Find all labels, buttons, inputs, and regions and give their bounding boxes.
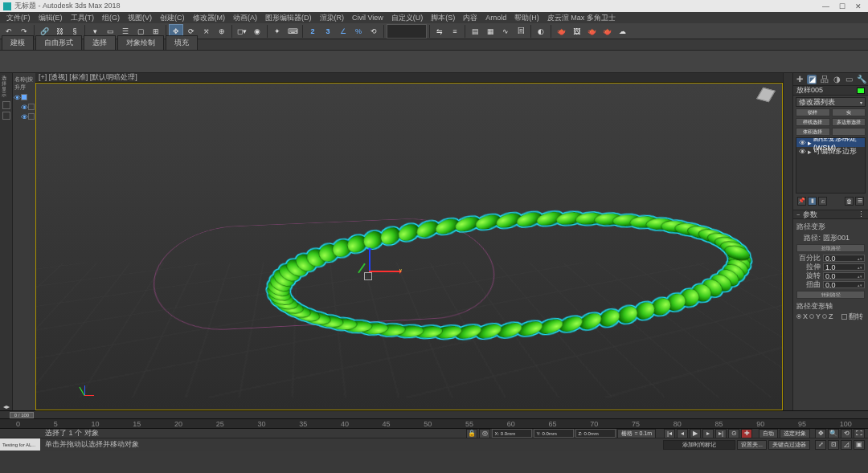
curve-editor-button[interactable]: ∿: [498, 24, 513, 39]
snap-2d-button[interactable]: 2: [305, 24, 320, 39]
window-minimize-button[interactable]: —: [822, 2, 829, 10]
lock-selection-icon[interactable]: 🔒: [466, 429, 477, 438]
viewport-nav-zoom-all-icon[interactable]: ⊡: [828, 440, 839, 450]
playback-first-button[interactable]: |◂: [664, 429, 675, 438]
modifier-shortcut-button[interactable]: 锁样: [796, 108, 830, 116]
transform-gizmo[interactable]: y: [353, 256, 401, 304]
gizmo-x-axis[interactable]: [369, 271, 401, 272]
display-toggle-icon[interactable]: [2, 101, 10, 109]
object-color-swatch[interactable]: [857, 88, 865, 94]
visibility-icon[interactable]: 👁: [14, 94, 20, 100]
named-selection-dropdown[interactable]: [387, 24, 427, 39]
time-tag-field[interactable]: 添加时间标记: [663, 440, 735, 450]
menu-item[interactable]: 渲染(R): [317, 13, 348, 23]
object-name-field[interactable]: 放样005: [793, 86, 868, 96]
move-to-path-button[interactable]: 转到路径: [796, 291, 865, 299]
auto-key-button[interactable]: 自动: [759, 429, 778, 438]
ribbon-tab[interactable]: 自由形式: [35, 35, 82, 50]
viewport-nav-zoom-icon[interactable]: 🔍: [828, 429, 839, 438]
create-tab-icon[interactable]: ✚: [795, 75, 805, 84]
menu-item[interactable]: 视图(V): [125, 13, 155, 23]
flip-checkbox[interactable]: [841, 314, 847, 320]
placement-button[interactable]: ⊕: [215, 24, 229, 39]
viewport-divider[interactable]: [783, 73, 792, 410]
rendered-frame-button[interactable]: 🖼: [569, 24, 583, 39]
key-mode-button[interactable]: ⊙: [728, 429, 739, 438]
utilities-tab-icon[interactable]: 🔧: [857, 75, 866, 84]
menu-item[interactable]: 组(G): [99, 13, 123, 23]
modifier-shortcut-button[interactable]: 体积选择: [796, 128, 830, 136]
modify-tab-icon[interactable]: ◪: [807, 75, 817, 84]
coord-y-field[interactable]: Y: 0.0mm: [534, 429, 574, 438]
track-bar[interactable]: 0510152025303540455055606570758085909510…: [0, 418, 868, 428]
viewport-nav-max-icon[interactable]: ⛶: [854, 429, 865, 438]
mirror-button[interactable]: ⇋: [432, 24, 447, 39]
viewcube[interactable]: [756, 87, 776, 106]
snap-3d-button[interactable]: 3: [321, 24, 335, 39]
viewport-perspective[interactable]: y: [35, 83, 783, 410]
menu-item[interactable]: Civil View: [349, 14, 387, 22]
modifier-stack[interactable]: 👁▸路径变形绑定 (WSM)👁▸可编辑多边形: [796, 137, 866, 194]
playback-next-button[interactable]: ▸: [702, 429, 714, 438]
viewport-label-bar[interactable]: [+] [透视] [标准] [默认明暗处理]: [35, 73, 783, 83]
key-filters-button[interactable]: 关键点过滤器: [768, 440, 810, 450]
viewport-nav-zoom-extents-icon[interactable]: ⤢: [815, 440, 826, 450]
menu-item[interactable]: 图形编辑器(D): [262, 13, 315, 23]
selected-filter-button[interactable]: 选定对象: [780, 429, 810, 438]
set-key-button[interactable]: ✚: [741, 429, 752, 438]
manipulate-button[interactable]: ✦: [270, 24, 285, 39]
keyboard-shortcut-toggle[interactable]: ⌨: [285, 24, 300, 39]
object-node-icon[interactable]: [28, 104, 35, 110]
time-slider[interactable]: 0 / 100: [0, 410, 868, 418]
show-end-result-icon[interactable]: ▮: [808, 197, 817, 206]
render-in-cloud-button[interactable]: ☁: [615, 24, 629, 39]
axis-z-radio[interactable]: [822, 314, 827, 319]
playback-last-button[interactable]: ▸|: [715, 429, 727, 438]
pivot-center-button[interactable]: ◉: [250, 24, 264, 39]
playback-play-button[interactable]: ▶: [690, 429, 701, 438]
menu-item[interactable]: 文件(F): [3, 13, 34, 23]
ref-coord-dropdown[interactable]: ◻▾: [235, 24, 249, 39]
rollout-header-parameters[interactable]: 参数 ⋮: [793, 210, 868, 219]
align-button[interactable]: ≡: [448, 24, 462, 39]
gizmo-xy-plane[interactable]: [364, 272, 372, 280]
configure-sets-icon[interactable]: ☰: [855, 197, 864, 206]
menu-item[interactable]: 工具(T): [68, 13, 98, 23]
percent-spinner[interactable]: 0.0▴▾: [823, 255, 865, 262]
layer-explorer-button[interactable]: ▤: [468, 24, 482, 39]
coord-z-field[interactable]: Z: 0.0mm: [575, 429, 616, 438]
hierarchy-tab-icon[interactable]: 品: [820, 75, 829, 84]
viewport-nav-fov-icon[interactable]: ◿: [841, 440, 852, 450]
render-iterative-button[interactable]: 🫖: [600, 24, 614, 39]
stretch-spinner[interactable]: 1.0▴▾: [823, 263, 865, 271]
pick-path-button[interactable]: 拾取路径: [796, 244, 865, 252]
modifier-list-dropdown[interactable]: 修改器列表: [796, 97, 866, 107]
isolate-selection-icon[interactable]: ◎: [479, 429, 490, 438]
modifier-stack-item[interactable]: 👁▸可编辑多边形: [796, 147, 865, 156]
modifier-shortcut-button[interactable]: 实: [832, 108, 866, 116]
pin-stack-icon[interactable]: 📌: [797, 197, 806, 206]
visibility-icon[interactable]: 👁: [21, 104, 27, 110]
set-key-mode-button[interactable]: 设置关...: [737, 440, 767, 450]
twist-spinner[interactable]: 0.0▴▾: [823, 281, 865, 288]
sort-header[interactable]: 名称(按升序: [13, 75, 35, 92]
object-node-icon[interactable]: [21, 94, 27, 100]
ribbon-tab[interactable]: 选择: [84, 35, 116, 50]
display-tab-icon[interactable]: ▭: [845, 75, 854, 84]
make-unique-icon[interactable]: ⎌: [818, 197, 827, 206]
scene-explorer-collapse-icon[interactable]: ◂▸: [3, 403, 10, 410]
ribbon-tab[interactable]: 建模: [2, 35, 34, 50]
modifier-shortcut-button[interactable]: [832, 128, 866, 136]
spinner-snap-button[interactable]: ⟲: [366, 24, 381, 39]
coord-x-field[interactable]: X: 0.0mm: [492, 429, 532, 438]
menu-item[interactable]: 编辑(E): [35, 13, 66, 23]
motion-tab-icon[interactable]: ◑: [832, 75, 841, 84]
gizmo-z-axis[interactable]: [369, 248, 371, 271]
remove-modifier-icon[interactable]: 🗑: [845, 197, 854, 206]
time-slider-thumb[interactable]: 0 / 100: [10, 412, 34, 418]
menu-item[interactable]: 脚本(S): [428, 13, 458, 23]
maxscript-listener[interactable]: Testing for AL...: [0, 438, 40, 451]
scale-button[interactable]: ⤧: [199, 24, 214, 39]
visibility-icon[interactable]: 👁: [21, 113, 27, 120]
axis-x-radio[interactable]: [796, 314, 801, 319]
